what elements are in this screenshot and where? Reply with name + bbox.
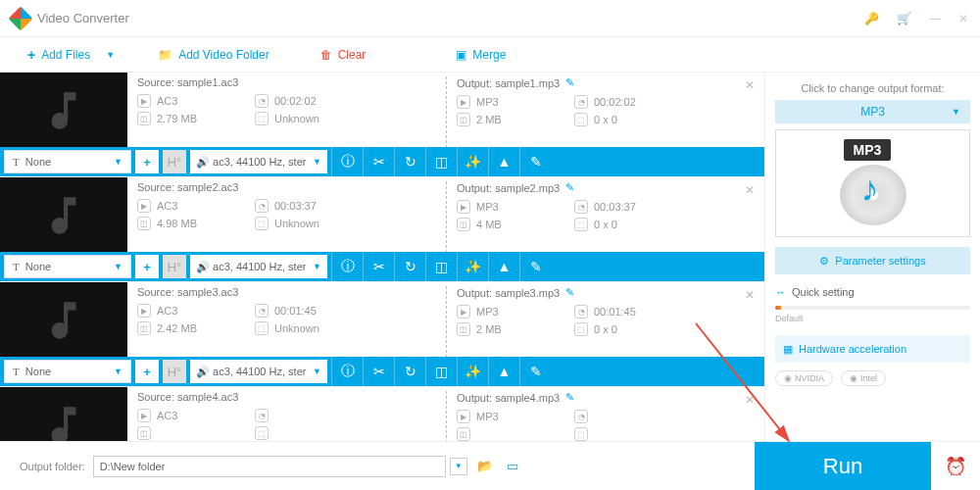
crop-icon[interactable]: ◫	[425, 357, 457, 386]
cart-icon[interactable]: 🛒	[897, 12, 911, 25]
subtitle-select[interactable]: T None▼	[4, 360, 131, 383]
add-files-button[interactable]: + Add Files	[20, 43, 98, 67]
info-icon[interactable]: ⓘ	[331, 357, 363, 386]
watermark-icon[interactable]: ▲	[488, 357, 519, 386]
codec-icon: ▶	[457, 95, 470, 109]
info-icon[interactable]: ⓘ	[331, 147, 363, 176]
effects-icon[interactable]: ✨	[457, 147, 488, 176]
clock-icon: ◔	[255, 304, 269, 318]
add-subtitle-button[interactable]: +	[135, 360, 159, 383]
edit-output-icon[interactable]: ✎	[565, 391, 574, 404]
thumbnail	[0, 177, 127, 253]
add-subtitle-button[interactable]: +	[135, 255, 159, 278]
info-icon[interactable]: ⓘ	[331, 252, 363, 281]
remove-item-button[interactable]: ✕	[745, 78, 755, 92]
clock-icon: ◔	[574, 95, 588, 109]
effects-icon[interactable]: ✨	[457, 252, 488, 281]
rotate-icon[interactable]: ↻	[394, 147, 425, 176]
subtitle-select[interactable]: T None▼	[4, 255, 131, 278]
clock-icon: ◔	[255, 409, 269, 422]
output-duration: ◔	[574, 410, 672, 423]
add-subtitle-button[interactable]: +	[135, 150, 159, 173]
footer: Output folder: ▼ 📂 ▭ Run ⏰	[0, 441, 980, 490]
edit-icon[interactable]: ✎	[519, 252, 551, 281]
title-bar: Video Converter 🔑 🛒 — ✕	[0, 0, 980, 37]
output-res: ⬚	[574, 427, 672, 441]
res-icon: ⬚	[255, 321, 269, 335]
rotate-icon[interactable]: ↻	[394, 357, 425, 386]
thumbnail	[0, 73, 127, 148]
clock-icon: ◔	[255, 199, 269, 213]
cut-icon[interactable]: ✂	[363, 147, 394, 176]
hardsub-toggle[interactable]: H°	[163, 255, 186, 278]
output-codec: ▶MP3	[457, 410, 555, 423]
audio-track-select[interactable]: 🔊 ac3, 44100 Hz, ster▼	[190, 255, 327, 278]
hardsub-toggle[interactable]: H°	[163, 360, 186, 383]
crop-icon[interactable]: ◫	[425, 147, 457, 176]
output-size: ◫4 MB	[457, 218, 555, 231]
cut-icon[interactable]: ✂	[363, 252, 394, 281]
clear-button[interactable]: 🗑 Clear	[313, 44, 374, 66]
edit-output-icon[interactable]: ✎	[565, 286, 574, 299]
window-controls: 🔑 🛒 — ✕	[864, 12, 968, 25]
edit-output-icon[interactable]: ✎	[565, 181, 574, 194]
audio-track-select[interactable]: 🔊 ac3, 44100 Hz, ster▼	[190, 360, 327, 383]
folder-icon: 📁	[158, 48, 172, 62]
source-codec: ▶AC3	[137, 94, 235, 108]
close-button[interactable]: ✕	[958, 12, 968, 25]
sliders-icon: ⚙	[819, 255, 829, 268]
add-files-dropdown[interactable]: ▼	[106, 50, 115, 60]
run-button[interactable]: Run	[755, 442, 931, 491]
music-note-icon: ♪	[861, 169, 879, 210]
alarm-button[interactable]: ⏰	[931, 442, 980, 491]
add-folder-button[interactable]: 📁 Add Video Folder	[150, 44, 277, 66]
folder-dropdown[interactable]: ▼	[450, 458, 467, 475]
minimize-button[interactable]: —	[929, 12, 941, 25]
hardsub-toggle[interactable]: H°	[163, 150, 186, 173]
arrow-icon: ↔	[775, 286, 786, 298]
edit-icon[interactable]: ✎	[519, 147, 551, 176]
format-select[interactable]: MP3	[775, 100, 970, 123]
nvidia-chip: ◉ NVIDIA	[775, 370, 833, 386]
output-folder-input[interactable]	[93, 456, 446, 477]
file-item[interactable]: Source: sample4.ac3 ▶AC3 ◔ ◫ ⬚ Output: s…	[0, 387, 764, 441]
size-icon: ◫	[457, 427, 470, 441]
source-res: ⬚Unknown	[255, 112, 353, 125]
source-duration: ◔00:01:45	[255, 304, 353, 318]
watermark-icon[interactable]: ▲	[488, 147, 519, 176]
res-icon: ⬚	[255, 112, 269, 125]
watermark-icon[interactable]: ▲	[488, 252, 519, 281]
output-folder-label: Output folder:	[20, 461, 85, 472]
plus-icon: +	[27, 47, 35, 63]
res-icon: ⬚	[574, 113, 588, 126]
quality-slider[interactable]	[775, 306, 970, 310]
merge-button[interactable]: ▣ Merge	[448, 44, 514, 66]
rotate-icon[interactable]: ↻	[394, 252, 425, 281]
format-preview[interactable]: MP3 ♪	[775, 129, 970, 237]
parameter-settings-button[interactable]: ⚙ Parameter settings	[775, 247, 970, 274]
effects-icon[interactable]: ✨	[457, 357, 488, 386]
cut-icon[interactable]: ✂	[363, 357, 394, 386]
open-folder-icon[interactable]: 📂	[477, 459, 493, 473]
key-icon[interactable]: 🔑	[864, 12, 879, 25]
file-item[interactable]: Source: sample2.ac3 ▶AC3 ◔00:03:37 ◫4.98…	[0, 177, 764, 282]
clock-icon: ◔	[574, 305, 588, 318]
crop-icon[interactable]: ◫	[425, 252, 457, 281]
edit-output-icon[interactable]: ✎	[565, 76, 574, 89]
file-item[interactable]: Source: sample1.ac3 ▶AC3 ◔00:02:02 ◫2.79…	[0, 73, 764, 177]
codec-icon: ▶	[457, 200, 470, 214]
edit-icon[interactable]: ✎	[519, 357, 551, 386]
intel-chip: ◉ Intel	[841, 370, 886, 386]
quick-setting-label: Quick setting	[792, 286, 855, 298]
remove-item-button[interactable]: ✕	[745, 183, 755, 197]
output-size: ◫2 MB	[457, 113, 555, 126]
output-label: Output: sample1.mp3 ✎	[457, 76, 755, 89]
subtitle-select[interactable]: T None▼	[4, 150, 131, 173]
remove-item-button[interactable]: ✕	[745, 393, 755, 407]
remove-item-button[interactable]: ✕	[745, 288, 755, 302]
mp3-badge: MP3	[844, 139, 892, 161]
file-item[interactable]: Source: sample3.ac3 ▶AC3 ◔00:01:45 ◫2.42…	[0, 282, 764, 387]
audio-track-select[interactable]: 🔊 ac3, 44100 Hz, ster▼	[190, 150, 327, 173]
hardware-accel-button[interactable]: ▦ Hardware acceleration	[775, 335, 970, 363]
folder-settings-icon[interactable]: ▭	[507, 459, 518, 473]
